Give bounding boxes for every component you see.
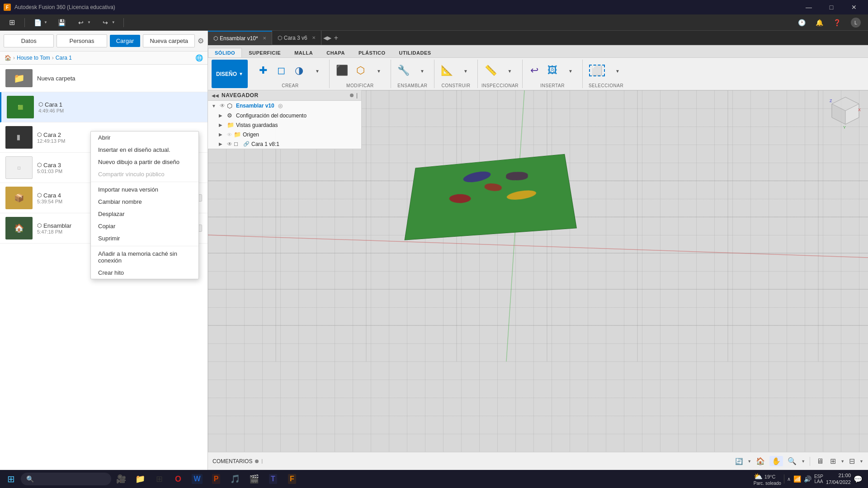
insert-image-btn[interactable]: 🖼 [544, 65, 561, 77]
extrude-btn[interactable]: ◻ [273, 65, 289, 77]
ctx-nuevo-dibujo[interactable]: Nuevo dibujo a partir de diseño [91, 156, 198, 168]
undo-button[interactable]: ↩ ▼ [73, 16, 94, 29]
nav-doc-config[interactable]: ▶ ⚙ Configuración del documento [208, 111, 361, 120]
nav-eye-root[interactable]: 👁 [220, 103, 225, 109]
modificar-dropdown-btn[interactable]: ▼ [371, 68, 387, 75]
design-dropdown[interactable]: DISEÑO ▼ [212, 60, 248, 88]
nueva-carpeta-button[interactable]: Nueva carpeta [143, 34, 195, 47]
close-button[interactable]: ✕ [844, 0, 864, 14]
seleccionar-dropdown-btn[interactable]: ▼ [609, 68, 626, 75]
tab-cara3[interactable]: ⬡ Cara 3 v6 ✕ [272, 31, 321, 45]
grid-toggle-btn[interactable]: ⊞ [828, 456, 838, 466]
cargar-button[interactable]: Cargar [110, 35, 141, 47]
volume-icon[interactable]: 🔊 [804, 475, 811, 483]
display-mode-btn[interactable]: 🖥 [815, 456, 826, 466]
minimize-button[interactable]: — [798, 0, 819, 14]
breadcrumb-home[interactable]: 🏠 [5, 55, 11, 61]
ensamblar-dropdown-btn[interactable]: ▼ [414, 68, 430, 75]
taskbar-widget[interactable]: ⊞ [150, 471, 168, 487]
taskbar-search[interactable]: 🔍 [21, 473, 111, 485]
taskbar-zoom[interactable]: 🎬 [245, 471, 263, 487]
view-cube-btn[interactable]: ⊟ [847, 456, 857, 466]
notification-icon-btn[interactable]: 🔔 [812, 17, 827, 28]
tab-personas[interactable]: Personas [57, 34, 107, 47]
notification-panel-icon[interactable]: 💬 [854, 475, 863, 483]
taskbar-opera[interactable]: O [169, 471, 187, 487]
ctx-hito[interactable]: Crear hito [91, 267, 198, 279]
taskbar-file-explorer[interactable]: 📁 [131, 471, 149, 487]
nav-root-item[interactable]: ▼ 👁 ⬡ Ensamblar v10 ◎ [208, 101, 361, 111]
time-icon-btn[interactable]: 🕐 [794, 17, 809, 28]
nav-root-target[interactable]: ◎ [278, 103, 283, 109]
ctx-importar[interactable]: Importar nueva versión [91, 183, 198, 196]
zoom-btn[interactable]: 🔍 [786, 456, 798, 466]
system-clock[interactable]: 21:00 17/04/2022 [826, 472, 851, 486]
nav-vistas-guardadas[interactable]: ▶ 📁 Vistas guardadas [208, 120, 361, 130]
taskbar-powerpoint[interactable]: P [207, 471, 225, 487]
insertar-dropdown-btn[interactable]: ▼ [562, 68, 579, 75]
breadcrumb-current[interactable]: Cara 1 [56, 55, 72, 61]
nav-collapse-icon[interactable]: ◀◀ [212, 93, 219, 98]
viewport-canvas[interactable]: ◀◀ NAVEGADOR | ▼ 👁 ⬡ Ensamblar v10 ◎ ▶ ⚙… [208, 90, 868, 452]
tab-close-cara3[interactable]: ✕ [312, 35, 316, 40]
revolve-btn[interactable]: ◑ [291, 65, 307, 77]
ribbon-tab-plastico[interactable]: PLÁSTICO [352, 48, 392, 57]
joint-btn[interactable]: 🔧 [395, 65, 412, 77]
tab-datos[interactable]: Datos [4, 34, 54, 47]
home-view-btn[interactable]: 🏠 [754, 456, 767, 466]
tab-add-button[interactable]: + [332, 34, 340, 42]
maximize-button[interactable]: □ [821, 0, 842, 14]
start-button[interactable]: ⊞ [2, 471, 20, 487]
breadcrumb-project[interactable]: House to Tom [17, 55, 50, 61]
tab-arrow-icon[interactable]: ◀▶ [323, 35, 331, 41]
help-icon-btn[interactable]: ❓ [830, 17, 844, 28]
taskbar-teams[interactable]: T [264, 471, 282, 487]
pan-btn[interactable]: ✋ [769, 456, 783, 466]
taskbar-teams-meet[interactable]: 🎥 [112, 471, 130, 487]
nav-cara1[interactable]: ▶ 👁 □ 🔗 Cara 1 v8:1 [208, 139, 361, 149]
ribbon-tab-chapa[interactable]: CHAPA [320, 48, 352, 57]
measure-btn[interactable]: 📏 [482, 65, 500, 77]
create-new-component-btn[interactable]: ✚ [255, 65, 271, 77]
ctx-desplazar[interactable]: Desplazar [91, 208, 198, 220]
folder-item-nueva-carpeta[interactable]: 📁 Nueva carpeta [0, 65, 208, 92]
ctx-suprimir[interactable]: Suprimir [91, 232, 198, 244]
inspeccionar-dropdown-btn[interactable]: ▼ [501, 68, 518, 75]
tab-ensamblar[interactable]: ⬡ Ensamblar v10* ✕ [208, 31, 272, 45]
ctx-abrir[interactable]: Abrir [91, 131, 198, 144]
ctx-cache[interactable]: Añadir a la memoria caché sin conexión [91, 248, 198, 267]
nav-eye-cara1[interactable]: 👁 [227, 141, 232, 147]
globe-icon[interactable]: 🌐 [195, 54, 203, 61]
save-button[interactable]: 💾 [54, 16, 70, 29]
select-btn[interactable]: ⬜ [586, 64, 608, 78]
ribbon-tab-solido[interactable]: SÓLIDO [208, 48, 242, 57]
account-icon-btn[interactable]: L [847, 16, 864, 29]
ctx-copiar[interactable]: Copiar [91, 220, 198, 232]
taskbar-fusion[interactable]: F [283, 471, 301, 487]
press-pull-btn[interactable]: ⬛ [333, 65, 351, 77]
tray-expand-icon[interactable]: ∧ [787, 476, 791, 482]
fillet-btn[interactable]: ⬡ [353, 65, 369, 77]
ribbon-tab-superficie[interactable]: SUPERFICIE [242, 48, 288, 57]
plane-btn[interactable]: 📐 [438, 65, 456, 77]
insert-mesh-btn[interactable]: ↩ [526, 65, 542, 77]
grid-view-button[interactable]: ⊞ [4, 16, 20, 29]
orbit-mode-btn[interactable]: 🔄 [733, 457, 745, 466]
construir-dropdown-btn[interactable]: ▼ [458, 68, 474, 75]
taskbar-spotify[interactable]: 🎵 [226, 471, 244, 487]
redo-button[interactable]: ↪ ▼ [97, 16, 119, 29]
nav-pin-icon[interactable]: | [356, 92, 358, 99]
ribbon-tab-utilidades[interactable]: UTILIDADES [392, 48, 438, 57]
new-file-button[interactable]: 📄 ▼ [29, 16, 51, 29]
nav-eye-origen[interactable]: 👁 [227, 132, 232, 137]
ribbon-tab-malla[interactable]: MALLA [288, 48, 320, 57]
settings-icon[interactable]: ⚙ [198, 37, 204, 45]
taskbar-word[interactable]: W [188, 471, 206, 487]
cube-gizmo[interactable]: X Y Z [827, 95, 863, 131]
network-icon[interactable]: 📶 [793, 475, 801, 483]
crear-dropdown-btn[interactable]: ▼ [309, 68, 326, 75]
tab-close-ensamblar[interactable]: ✕ [263, 36, 266, 41]
ctx-cambiar-nombre[interactable]: Cambiar nombre [91, 196, 198, 208]
weather-widget[interactable]: ⛅ 19°C Parc. soleado [754, 472, 781, 486]
ctx-insertar[interactable]: Insertar en el diseño actual. [91, 144, 198, 156]
